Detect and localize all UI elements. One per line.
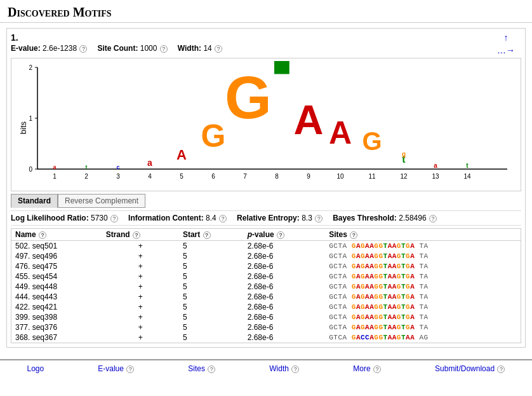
svg-text:7: 7 [243,173,247,180]
bottom-sites-help[interactable]: ? [208,365,215,373]
cell-strand: + [102,312,179,322]
site-count-help-icon[interactable]: ? [160,45,168,53]
cell-pvalue: 2.68e-6 [244,302,326,312]
cell-start: 5 [179,332,244,343]
cell-sites: GCTA GAGAAGGTAAGTGA TA [325,251,521,261]
evalue-help-icon[interactable]: ? [79,45,87,53]
col-strand-help[interactable]: ? [133,231,140,239]
cell-pvalue: 2.68e-6 [244,292,326,302]
cell-strand: + [102,261,179,271]
table-row: 476. seq475 + 5 2.68e-6 GCTA GAGAAGGTAAG… [11,261,521,271]
bottom-submit-link[interactable]: Submit/Download ? [430,363,510,374]
col-name: Name ? [11,229,102,241]
svg-text:g: g [402,151,406,158]
col-sites: Sites ? [325,229,521,241]
bayes-stat: Bayes Threshold: 2.58496 ? [333,214,437,222]
table-row: 455. seq454 + 5 2.68e-6 GCTA GAGAAGGTAAG… [11,271,521,282]
motif-header: 1. E-value: 2.6e-1238 ? Site Count: 1000… [11,32,521,55]
col-pvalue-help[interactable]: ? [277,231,284,239]
svg-text:4: 4 [148,173,152,180]
cell-pvalue: 2.68e-6 [244,271,326,282]
logo-container: bits 2 1 0 1 2 3 4 5 6 7 8 [11,58,521,191]
cell-sites: GCTA GAGAAGGTAAGTGA TA [325,241,521,252]
cell-start: 5 [179,241,244,252]
motif-stats: E-value: 2.6e-1238 ? Site Count: 1000 ? … [11,44,497,53]
bottom-more-link[interactable]: More ? [348,363,386,374]
width-stat: Width: 14 ? [178,44,222,53]
cell-start: 5 [179,282,244,292]
bottom-submit-help[interactable]: ? [497,365,505,373]
bottom-evalue-help[interactable]: ? [126,365,134,373]
table-row: 444. seq443 + 5 2.68e-6 GCTA GAGAAGGTAAG… [11,292,521,302]
svg-text:13: 13 [432,173,439,180]
svg-text:a: a [434,162,437,169]
svg-text:t: t [466,162,469,169]
cell-start: 5 [179,292,244,302]
bayes-help[interactable]: ? [429,215,437,222]
cell-sites: GCTA GAGAAGGTAAGTGA TA [325,271,521,282]
cell-name: 444. seq443 [11,292,102,302]
bottom-evalue-link[interactable]: E-value ? [93,363,139,374]
cell-strand: + [102,241,179,252]
bottom-sites-link[interactable]: Sites ? [183,363,220,374]
svg-text:c: c [116,164,119,170]
cell-name: 476. seq475 [11,261,102,271]
col-name-help[interactable]: ? [39,231,46,239]
cell-start: 5 [179,302,244,312]
col-pvalue: p-value ? [244,229,326,241]
cell-name: 455. seq454 [11,271,102,282]
right-arrow-link[interactable]: …→ [497,45,515,55]
bottom-more-help[interactable]: ? [373,365,381,373]
col-start-help[interactable]: ? [203,231,211,239]
cell-sites: GCTA GAGAAGGTAAGTGA TA [325,261,521,271]
col-sites-help[interactable]: ? [350,231,357,239]
cell-pvalue: 2.68e-6 [244,312,326,322]
sites-table: Name ? Strand ? Start ? p-value ? Sites … [11,229,521,343]
cell-name: 422. seq421 [11,302,102,312]
site-count-stat: Site Count: 1000 ? [97,44,167,53]
cell-sites: GCTA GAGAAGGTAAGTGA TA [325,302,521,312]
motif-logo-svg: bits 2 1 0 1 2 3 4 5 6 7 8 [14,61,518,188]
rel-entropy-help[interactable]: ? [315,215,323,222]
cell-start: 5 [179,251,244,261]
tab-reverse-complement[interactable]: Reverse Complement [58,194,145,208]
svg-text:3: 3 [116,173,120,180]
table-row: 502. seq501 + 5 2.68e-6 GCTA GAGAAGGTAAG… [11,241,521,252]
info-content-help[interactable]: ? [219,215,227,222]
svg-text:2: 2 [29,64,32,71]
cell-strand: + [102,322,179,332]
cell-sites: GCTA GAGAAGGTAAGTGA TA [325,292,521,302]
svg-text:0: 0 [29,166,32,173]
tabs: Standard Reverse Complement [11,194,521,208]
cell-name: 502. seq501 [11,241,102,252]
table-row: 399. seq398 + 5 2.68e-6 GCTA GAGAAGGTAAG… [11,312,521,322]
bottom-width-link[interactable]: Width ? [264,363,304,374]
svg-text:1: 1 [29,115,32,122]
svg-text:14: 14 [463,173,471,180]
cell-pvalue: 2.68e-6 [244,261,326,271]
sites-table-wrapper[interactable]: Name ? Strand ? Start ? p-value ? Sites … [11,228,521,343]
bottom-logo-link[interactable]: Logo [22,363,50,374]
motif-number: 1. [11,32,497,43]
cell-start: 5 [179,312,244,322]
bottom-width-help[interactable]: ? [291,365,299,373]
cell-pvalue: 2.68e-6 [244,282,326,292]
tab-standard[interactable]: Standard [11,194,58,208]
cell-name: 497. seq496 [11,251,102,261]
up-arrow-link[interactable]: ↑ [504,32,509,43]
cell-strand: + [102,251,179,261]
table-row: 422. seq421 + 5 2.68e-6 GCTA GAGAAGGTAAG… [11,302,521,312]
col-strand: Strand ? [102,229,179,241]
cell-strand: + [102,271,179,282]
width-help-icon[interactable]: ? [215,45,222,53]
cell-sites: GCTA GAGAAGGTAAGTGA TA [325,312,521,322]
cell-name: 368. seq367 [11,332,102,343]
log-likelihood-help[interactable]: ? [110,215,118,222]
svg-text:1: 1 [53,173,57,180]
cell-strand: + [102,302,179,312]
cell-pvalue: 2.68e-6 [244,322,326,332]
svg-text:bits: bits [18,121,28,134]
main-container: 1. E-value: 2.6e-1238 ? Site Count: 1000… [0,23,532,357]
cell-name: 399. seq398 [11,312,102,322]
cell-pvalue: 2.68e-6 [244,332,326,343]
